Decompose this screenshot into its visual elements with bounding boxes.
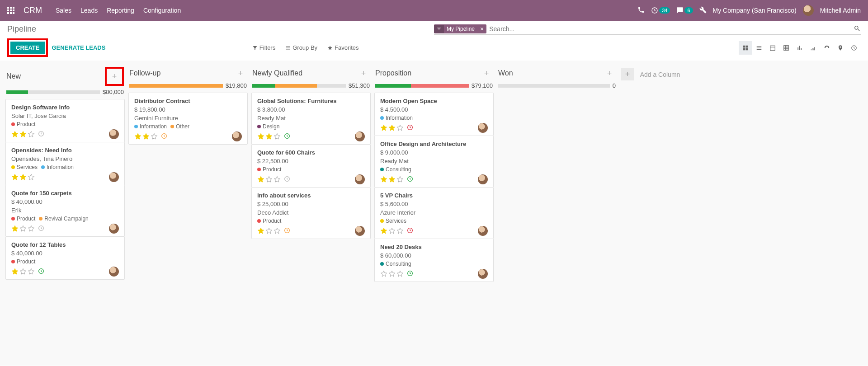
column-title[interactable]: Follow-up bbox=[129, 69, 234, 77]
kanban-card[interactable]: Info about services $ 25,000.00 Deco Add… bbox=[251, 187, 371, 239]
phone-icon[interactable] bbox=[637, 6, 645, 15]
column-title[interactable]: Newly Qualified bbox=[252, 69, 357, 77]
app-brand[interactable]: CRM bbox=[24, 6, 42, 15]
view-activity[interactable] bbox=[847, 41, 861, 55]
activity-icon[interactable] bbox=[35, 267, 45, 276]
column-quick-add[interactable]: + bbox=[234, 67, 247, 80]
priority-stars[interactable] bbox=[380, 176, 404, 183]
apps-icon[interactable] bbox=[7, 7, 14, 14]
card-avatar[interactable] bbox=[109, 172, 119, 182]
activity-icon[interactable] bbox=[35, 130, 45, 139]
nav-right: 34 6 My Company (San Francisco) Mitchell… bbox=[637, 5, 861, 16]
user-name[interactable]: Mitchell Admin bbox=[820, 7, 861, 14]
view-pivot[interactable] bbox=[779, 41, 793, 55]
card-avatar[interactable] bbox=[109, 129, 119, 139]
card-avatar[interactable] bbox=[355, 226, 365, 236]
kanban-card[interactable]: Need 20 Desks $ 60,000.00 Consulting bbox=[374, 239, 494, 282]
messages-icon[interactable]: 6 bbox=[676, 7, 693, 14]
view-list[interactable] bbox=[752, 41, 766, 55]
kanban-card[interactable]: Quote for 150 carpets $ 40,000.00 Erik P… bbox=[5, 185, 125, 237]
card-avatar[interactable] bbox=[109, 224, 119, 234]
priority-stars[interactable] bbox=[257, 227, 281, 235]
card-avatar[interactable] bbox=[232, 131, 242, 141]
user-avatar[interactable] bbox=[803, 5, 814, 16]
card-avatar[interactable] bbox=[478, 174, 488, 184]
add-column-button[interactable]: + bbox=[621, 68, 634, 80]
card-avatar[interactable] bbox=[355, 131, 365, 141]
priority-stars[interactable] bbox=[257, 176, 281, 183]
column-progressbar[interactable] bbox=[129, 84, 223, 88]
kanban-card[interactable]: 5 VP Chairs $ 5,600.00 Azure Interior Se… bbox=[374, 187, 494, 239]
activity-icon[interactable] bbox=[404, 175, 414, 184]
generate-leads-button[interactable]: GENERATE LEADS bbox=[52, 44, 105, 51]
favorites-menu[interactable]: Favorites bbox=[327, 44, 359, 51]
kanban-card[interactable]: Distributor Contract $ 19,800.00 Gemini … bbox=[128, 93, 248, 145]
activity-icon[interactable] bbox=[281, 175, 291, 184]
nav-leads[interactable]: Leads bbox=[80, 7, 98, 14]
priority-stars[interactable] bbox=[11, 131, 35, 138]
column-progressbar[interactable] bbox=[375, 84, 469, 88]
column-title[interactable]: New bbox=[6, 72, 105, 80]
breadcrumb: Pipeline bbox=[7, 24, 36, 34]
kanban-card[interactable]: Quote for 12 Tables $ 40,000.00 Product bbox=[5, 236, 125, 280]
card-subtitle: Deco Addict bbox=[257, 209, 365, 216]
priority-stars[interactable] bbox=[380, 124, 404, 131]
priority-stars[interactable] bbox=[11, 174, 35, 181]
column-title[interactable]: Proposition bbox=[375, 69, 480, 77]
filters-menu[interactable]: Filters bbox=[252, 44, 275, 51]
card-avatar[interactable] bbox=[478, 269, 488, 279]
card-avatar[interactable] bbox=[355, 174, 365, 184]
kanban-card[interactable]: Modern Open Space $ 4,500.00 Information bbox=[374, 93, 494, 136]
activity-icon[interactable] bbox=[158, 132, 168, 141]
nav-sales[interactable]: Sales bbox=[56, 7, 71, 14]
priority-stars[interactable] bbox=[380, 227, 404, 235]
view-map[interactable] bbox=[834, 41, 847, 55]
kanban-card[interactable]: Quote for 600 Chairs $ 22,500.00 Product bbox=[251, 144, 371, 188]
column-quick-add[interactable]: + bbox=[480, 67, 493, 80]
priority-stars[interactable] bbox=[257, 133, 281, 140]
column-quick-add[interactable]: + bbox=[357, 67, 370, 80]
search-icon[interactable] bbox=[854, 25, 861, 33]
priority-stars[interactable] bbox=[11, 268, 35, 275]
facet-remove[interactable]: × bbox=[477, 25, 486, 33]
card-avatar[interactable] bbox=[109, 267, 119, 277]
debug-icon[interactable] bbox=[699, 6, 707, 15]
activity-icon[interactable] bbox=[281, 132, 291, 141]
nav-reporting[interactable]: Reporting bbox=[107, 7, 134, 14]
activity-icon[interactable] bbox=[281, 227, 291, 235]
card-avatar[interactable] bbox=[478, 226, 488, 236]
priority-stars[interactable] bbox=[11, 225, 35, 232]
column-progressbar[interactable] bbox=[498, 84, 610, 88]
column-title[interactable]: Won bbox=[498, 69, 603, 77]
column-quick-add[interactable]: + bbox=[603, 67, 616, 80]
activities-icon[interactable]: 34 bbox=[651, 7, 670, 14]
kanban-card[interactable]: Design Software Info Solar IT, Jose Garc… bbox=[5, 99, 125, 142]
card-title: Opensides: Need Info bbox=[11, 147, 119, 154]
activity-icon[interactable] bbox=[35, 225, 45, 233]
nav-configuration[interactable]: Configuration bbox=[143, 7, 181, 14]
column-progressbar[interactable] bbox=[6, 90, 100, 94]
view-kanban[interactable] bbox=[739, 41, 752, 55]
kanban-card[interactable]: Global Solutions: Furnitures $ 3,800.00 … bbox=[251, 93, 371, 145]
card-subtitle: Solar IT, Jose Garcia bbox=[11, 113, 119, 119]
groupby-menu[interactable]: Group By bbox=[285, 44, 317, 51]
add-column-label[interactable]: Add a Column bbox=[640, 71, 680, 78]
activity-icon[interactable] bbox=[404, 227, 414, 235]
activity-icon[interactable] bbox=[404, 124, 414, 132]
column-progressbar[interactable] bbox=[252, 84, 346, 88]
view-graph[interactable] bbox=[793, 41, 807, 55]
priority-stars[interactable] bbox=[134, 133, 158, 140]
view-calendar[interactable] bbox=[766, 41, 779, 55]
company-selector[interactable]: My Company (San Francisco) bbox=[713, 7, 797, 14]
view-cohort[interactable] bbox=[807, 41, 820, 55]
column-quick-add[interactable]: + bbox=[108, 70, 121, 83]
card-avatar[interactable] bbox=[478, 123, 488, 133]
kanban-column: New + $80,000 Design Software Info Solar… bbox=[4, 65, 127, 361]
kanban-card[interactable]: Opensides: Need Info Opensides, Tina Pin… bbox=[5, 142, 125, 185]
activity-icon[interactable] bbox=[404, 270, 414, 278]
create-button[interactable]: CREATE bbox=[10, 42, 45, 54]
view-dashboard[interactable] bbox=[820, 41, 834, 55]
search-input[interactable] bbox=[486, 24, 854, 33]
kanban-card[interactable]: Office Design and Architecture $ 9,000.0… bbox=[374, 136, 494, 188]
priority-stars[interactable] bbox=[380, 270, 404, 277]
